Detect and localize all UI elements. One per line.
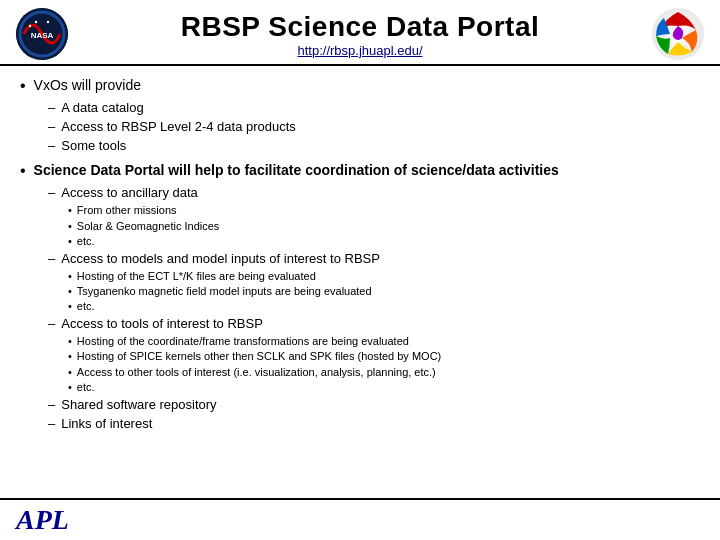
bullet-2-sublist: – Access to ancillary data • From other … [48,184,700,433]
models-sub-2: • Tsyganenko magnetic field model inputs… [68,284,700,299]
tools-sub-1: • Hosting of the coordinate/frame transf… [68,334,700,349]
ancillary-sub-3: • etc. [68,234,700,249]
bullet-1-sub-3-text: Some tools [61,137,126,155]
tools-sub-4-text: etc. [77,380,95,395]
bullet-icon-2: • [20,161,26,182]
bullet-1-label: VxOs will provide [34,76,141,96]
dash-icon: – [48,137,55,155]
header-url[interactable]: http://rbsp.jhuapl.edu/ [297,43,422,58]
sub-item-ancillary-text: Access to ancillary data [61,184,198,202]
sub-item-shared: – Shared software repository [48,396,700,414]
svg-text:NASA: NASA [31,31,54,40]
bullet-section-2: • Science Data Portal will help to facil… [20,161,700,433]
nasa-logo: NASA [16,8,68,60]
models-sub-1: • Hosting of the ECT L*/K files are bein… [68,269,700,284]
apl-footer-logo: APL [16,504,69,536]
models-sublist: • Hosting of the ECT L*/K files are bein… [68,269,700,315]
sub-item-models: – Access to models and model inputs of i… [48,250,700,268]
small-bullet-icon: • [68,234,72,249]
bullet-1-sub-1: – A data catalog [48,99,700,117]
sub-item-tools-text: Access to tools of interest to RBSP [61,315,263,333]
ancillary-sub-2: • Solar & Geomagnetic Indices [68,219,700,234]
main-content: • VxOs will provide – A data catalog – A… [0,66,720,498]
bullet-1-sub-1-text: A data catalog [61,99,143,117]
small-bullet-icon: • [68,349,72,364]
header-center: RBSP Science Data Portal http://rbsp.jhu… [68,11,652,58]
dash-icon: – [48,99,55,117]
bullet-2-label: Science Data Portal will help to facilit… [34,161,559,181]
ancillary-sublist: • From other missions • Solar & Geomagne… [68,203,700,249]
small-bullet-icon: • [68,365,72,380]
models-sub-3-text: etc. [77,299,95,314]
tools-sub-3-text: Access to other tools of interest (i.e. … [77,365,436,380]
tools-sub-1-text: Hosting of the coordinate/frame transfor… [77,334,409,349]
sub-item-links: – Links of interest [48,415,700,433]
sub-item-ancillary: – Access to ancillary data [48,184,700,202]
models-sub-1-text: Hosting of the ECT L*/K files are being … [77,269,316,284]
bullet-1-sub-3: – Some tools [48,137,700,155]
svg-point-3 [29,25,31,27]
small-bullet-icon: • [68,219,72,234]
sub-item-models-text: Access to models and model inputs of int… [61,250,380,268]
ancillary-sub-1-text: From other missions [77,203,177,218]
main-bullet-1: • VxOs will provide [20,76,700,97]
tools-sublist: • Hosting of the coordinate/frame transf… [68,334,700,396]
svg-point-4 [35,21,37,23]
tools-sub-2-text: Hosting of SPICE kernels other then SCLK… [77,349,441,364]
dash-icon: – [48,415,55,433]
ancillary-sub-3-text: etc. [77,234,95,249]
small-bullet-icon: • [68,269,72,284]
footer: APL [0,498,720,540]
apl-text: APL [16,504,69,535]
small-bullet-icon: • [68,203,72,218]
apl-logo-header [652,8,704,60]
models-sub-2-text: Tsyganenko magnetic field model inputs a… [77,284,372,299]
bullet-1-sublist: – A data catalog – Access to RBSP Level … [48,99,700,156]
bullet-section-1: • VxOs will provide – A data catalog – A… [20,76,700,155]
tools-sub-4: • etc. [68,380,700,395]
tools-sub-2: • Hosting of SPICE kernels other then SC… [68,349,700,364]
main-bullet-2: • Science Data Portal will help to facil… [20,161,700,182]
page-title: RBSP Science Data Portal [181,11,540,43]
dash-icon: – [48,315,55,333]
small-bullet-icon: • [68,284,72,299]
small-bullet-icon: • [68,299,72,314]
dash-icon: – [48,250,55,268]
bullet-1-sub-2-text: Access to RBSP Level 2-4 data products [61,118,296,136]
header: NASA RBSP Science Data Portal http://rbs… [0,0,720,66]
bullet-icon-1: • [20,76,26,97]
small-bullet-icon: • [68,380,72,395]
sub-item-shared-text: Shared software repository [61,396,216,414]
small-bullet-icon: • [68,334,72,349]
svg-point-5 [47,21,49,23]
dash-icon: – [48,118,55,136]
sub-item-tools: – Access to tools of interest to RBSP [48,315,700,333]
dash-icon: – [48,396,55,414]
models-sub-3: • etc. [68,299,700,314]
ancillary-sub-1: • From other missions [68,203,700,218]
tools-sub-3: • Access to other tools of interest (i.e… [68,365,700,380]
ancillary-sub-2-text: Solar & Geomagnetic Indices [77,219,219,234]
dash-icon: – [48,184,55,202]
bullet-1-sub-2: – Access to RBSP Level 2-4 data products [48,118,700,136]
sub-item-links-text: Links of interest [61,415,152,433]
